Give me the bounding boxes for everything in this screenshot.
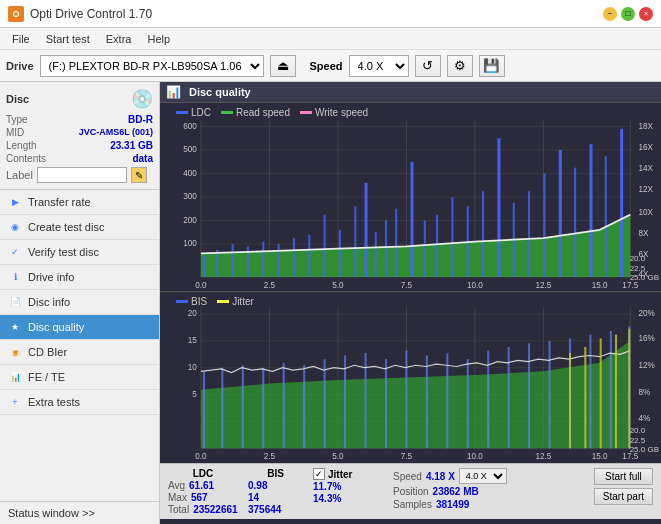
bis-legend-label: BIS	[191, 296, 207, 307]
verify-test-disc-icon: ✓	[8, 245, 22, 259]
speed-selector[interactable]: 4.0 X	[349, 55, 409, 77]
label-edit-button[interactable]: ✎	[131, 167, 147, 183]
disc-quality-icon: ★	[8, 320, 22, 334]
save-button[interactable]: 💾	[479, 55, 505, 77]
speed-stats-selector[interactable]: 4.0 X	[459, 468, 507, 484]
chart-header-icon: 📊	[166, 85, 181, 99]
label-input[interactable]	[37, 167, 127, 183]
sidebar-item-drive-info[interactable]: ℹ Drive info	[0, 265, 159, 290]
svg-text:7.5: 7.5	[401, 279, 412, 290]
svg-rect-116	[528, 343, 530, 448]
jitter-avg-row: 11.7%	[313, 481, 383, 492]
speed-stats: Speed 4.18 X 4.0 X Position 23862 MB Sam…	[393, 468, 507, 510]
close-button[interactable]: ×	[639, 7, 653, 21]
disc-panel-title: Disc	[6, 93, 29, 105]
samples-value: 381499	[436, 499, 469, 510]
drive-selector[interactable]: (F:) PLEXTOR BD-R PX-LB950SA 1.06	[40, 55, 264, 77]
svg-rect-44	[293, 238, 295, 277]
write-speed-legend-dot	[300, 111, 312, 114]
svg-rect-52	[395, 209, 397, 277]
svg-rect-101	[221, 368, 223, 449]
svg-text:14X: 14X	[639, 163, 654, 174]
svg-text:200: 200	[183, 214, 197, 225]
start-part-button[interactable]: Start part	[594, 488, 653, 505]
svg-text:400: 400	[183, 167, 197, 178]
position-row: Position 23862 MB	[393, 486, 507, 497]
type-value: BD-R	[128, 114, 153, 125]
svg-text:18X: 18X	[639, 120, 654, 131]
charts-wrapper: LDC Read speed Write speed	[160, 103, 661, 519]
main-layout: Disc 💿 Type BD-R MID JVC-AMS6L (001) Len…	[0, 82, 661, 524]
svg-rect-45	[308, 235, 310, 277]
svg-text:20%: 20%	[639, 308, 655, 319]
disc-label-row: Label ✎	[6, 167, 153, 183]
start-full-button[interactable]: Start full	[594, 468, 653, 485]
svg-rect-38	[203, 256, 205, 277]
svg-rect-109	[385, 359, 387, 448]
sidebar-item-cd-bier[interactable]: 🍺 CD BIer	[0, 340, 159, 365]
read-speed-legend-label: Read speed	[236, 107, 290, 118]
write-speed-legend: Write speed	[300, 107, 368, 118]
menu-file[interactable]: File	[4, 31, 38, 47]
eject-button[interactable]: ⏏	[270, 55, 296, 77]
sidebar-item-disc-quality[interactable]: ★ Disc quality	[0, 315, 159, 340]
svg-text:15.0: 15.0	[592, 451, 608, 462]
status-window-button[interactable]: Status window >>	[0, 501, 159, 524]
svg-text:0.0: 0.0	[195, 451, 206, 462]
position-value: 23862 MB	[433, 486, 479, 497]
x-axis-end-labels: 20.0 22.5 25.0 GB	[630, 254, 659, 283]
create-test-disc-icon: ◉	[8, 220, 22, 234]
svg-rect-55	[436, 215, 438, 277]
jitter-legend-dot	[217, 300, 229, 303]
svg-text:2.5: 2.5	[264, 279, 275, 290]
menu-help[interactable]: Help	[139, 31, 178, 47]
upper-chart: LDC Read speed Write speed	[160, 103, 661, 292]
bis-total-value: 375644	[248, 504, 281, 515]
svg-text:7.5: 7.5	[401, 451, 412, 462]
jitter-legend: Jitter	[217, 296, 254, 307]
restore-button[interactable]: □	[621, 7, 635, 21]
lower-x-axis-end-labels: 20.0 22.5 25.0 GB	[630, 426, 659, 455]
svg-rect-120	[610, 331, 612, 448]
svg-rect-50	[375, 232, 377, 277]
svg-text:12.5: 12.5	[535, 279, 551, 290]
svg-text:300: 300	[183, 191, 197, 202]
speed-row: Speed 4.18 X 4.0 X	[393, 468, 507, 484]
ldc-avg-label: Avg	[168, 480, 185, 491]
menu-start-test[interactable]: Start test	[38, 31, 98, 47]
svg-rect-59	[497, 138, 500, 277]
bis-stats: BIS 0.98 14 375644	[248, 468, 303, 515]
svg-rect-110	[405, 351, 407, 449]
speed-label-text: Speed	[393, 471, 422, 482]
svg-rect-102	[242, 365, 244, 448]
jitter-stats-header: Jitter	[328, 469, 352, 480]
disc-info-label: Disc info	[28, 296, 70, 308]
samples-row: Samples 381499	[393, 499, 507, 510]
svg-text:500: 500	[183, 144, 197, 155]
upper-chart-svg: 600 500 400 300 200 100 0.0 2.5 5.0 7.5 …	[160, 103, 661, 291]
refresh-button[interactable]: ↺	[415, 55, 441, 77]
sidebar-item-verify-test-disc[interactable]: ✓ Verify test disc	[0, 240, 159, 265]
sidebar-item-extra-tests[interactable]: + Extra tests	[0, 390, 159, 415]
svg-text:5: 5	[192, 388, 197, 399]
minimize-button[interactable]: −	[603, 7, 617, 21]
svg-rect-46	[324, 215, 326, 277]
extra-tests-label: Extra tests	[28, 396, 80, 408]
svg-text:12X: 12X	[639, 184, 654, 195]
sidebar-item-disc-info[interactable]: 📄 Disc info	[0, 290, 159, 315]
sidebar-item-transfer-rate[interactable]: ▶ Transfer rate	[0, 190, 159, 215]
svg-text:600: 600	[183, 120, 197, 131]
jitter-checkbox[interactable]: ✓	[313, 468, 325, 480]
ldc-legend: LDC	[176, 107, 211, 118]
bis-legend: BIS	[176, 296, 207, 307]
drive-info-label: Drive info	[28, 271, 74, 283]
sidebar-item-fe-te[interactable]: 📊 FE / TE	[0, 365, 159, 390]
sidebar-item-create-test-disc[interactable]: ◉ Create test disc	[0, 215, 159, 240]
menu-extra[interactable]: Extra	[98, 31, 140, 47]
svg-rect-49	[364, 183, 367, 277]
svg-rect-65	[589, 144, 592, 277]
drive-label: Drive	[6, 60, 34, 72]
window-title: Opti Drive Control 1.70	[30, 7, 152, 21]
svg-rect-63	[559, 150, 562, 277]
settings-button[interactable]: ⚙	[447, 55, 473, 77]
